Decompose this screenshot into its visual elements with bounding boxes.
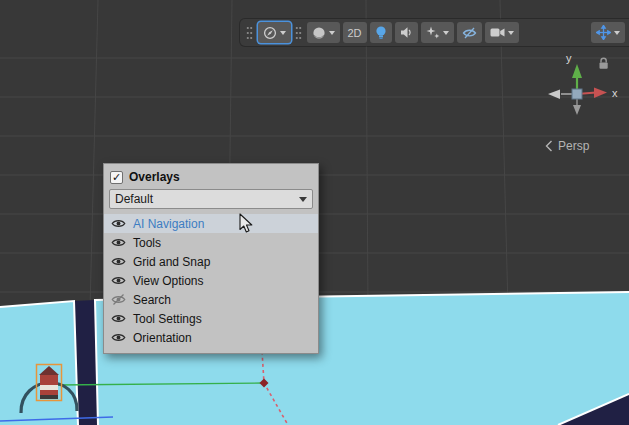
eye-icon[interactable] xyxy=(111,218,126,229)
persp-label: Persp xyxy=(558,139,589,153)
chevron-down-icon xyxy=(614,31,620,35)
eye-hidden-icon xyxy=(462,27,477,39)
lighting-toggle-button[interactable] xyxy=(370,22,392,43)
stars-icon xyxy=(426,26,440,39)
gizmo-center-cube[interactable] xyxy=(572,89,582,99)
axis-x-cone[interactable] xyxy=(594,88,607,99)
chevron-down-icon xyxy=(329,31,335,35)
move-gizmo-icon xyxy=(596,25,611,40)
overlay-item-tools[interactable]: Tools xyxy=(104,233,318,252)
chevron-down-icon xyxy=(508,31,514,35)
lock-icon[interactable] xyxy=(598,57,610,70)
overlay-item-tool-settings[interactable]: Tool Settings xyxy=(104,309,318,328)
camera-icon xyxy=(490,27,505,38)
scene-visibility-button[interactable] xyxy=(457,22,482,43)
lightbulb-icon xyxy=(375,25,387,40)
eye-hidden-icon[interactable] xyxy=(111,294,126,305)
chevron-down-icon xyxy=(280,31,286,35)
unity-scene-view: 2D xyxy=(0,0,629,425)
overlay-item-search[interactable]: Search xyxy=(104,290,318,309)
overlay-preset-dropdown[interactable]: Default xyxy=(109,189,313,209)
camera-settings-button[interactable] xyxy=(485,22,519,43)
axis-y-label: y xyxy=(566,52,572,64)
effects-dropdown-button[interactable] xyxy=(421,22,454,43)
eye-icon[interactable] xyxy=(111,237,126,248)
overlay-item-ai-navigation[interactable]: AI Navigation xyxy=(104,214,318,233)
preset-value: Default xyxy=(115,192,153,206)
eye-icon[interactable] xyxy=(111,332,126,343)
chevron-down-icon xyxy=(299,197,307,202)
eye-icon[interactable] xyxy=(111,256,126,267)
overlay-drag-handle-icon[interactable] xyxy=(246,25,253,41)
overlays-list: AI Navigation Tools Grid and Snap View O… xyxy=(104,214,318,347)
overlays-menu: ✓ Overlays Default AI Navigation Tools xyxy=(103,163,319,354)
overlays-menu-header: ✓ Overlays xyxy=(104,167,318,187)
scene-gizmo-tools-button[interactable] xyxy=(591,22,625,43)
orientation-gizmo[interactable]: y x xyxy=(537,46,629,120)
compass-icon xyxy=(263,26,277,40)
2d-toggle-button[interactable]: 2D xyxy=(343,22,367,43)
shading-mode-button[interactable] xyxy=(307,22,340,43)
speaker-icon xyxy=(400,26,413,39)
collapse-chevron-icon xyxy=(545,140,553,152)
audio-toggle-button[interactable] xyxy=(395,22,418,43)
overlay-item-view-options[interactable]: View Options xyxy=(104,271,318,290)
view-options-overlay-button[interactable] xyxy=(258,22,291,43)
axis-neg-x-cone[interactable] xyxy=(548,90,560,100)
chevron-down-icon xyxy=(443,31,449,35)
overlay-item-grid-and-snap[interactable]: Grid and Snap xyxy=(104,252,318,271)
eye-icon[interactable] xyxy=(111,313,126,324)
projection-indicator[interactable]: Persp xyxy=(545,139,589,153)
axis-x-label: x xyxy=(612,87,618,99)
overlay-drag-handle-icon[interactable] xyxy=(295,25,302,41)
axis-y-cone[interactable] xyxy=(572,64,582,78)
overlays-menu-title: Overlays xyxy=(129,170,180,184)
scene-toolbar: 2D xyxy=(240,19,629,46)
check-icon: ✓ xyxy=(112,172,121,183)
eye-icon[interactable] xyxy=(111,275,126,286)
axis-neg-y-cone[interactable] xyxy=(573,105,581,115)
2d-label: 2D xyxy=(348,27,362,39)
mouse-cursor xyxy=(239,213,255,235)
sphere-icon xyxy=(312,26,326,40)
overlay-item-orientation[interactable]: Orientation xyxy=(104,328,318,347)
overlays-toggle-checkbox[interactable]: ✓ xyxy=(110,171,123,184)
